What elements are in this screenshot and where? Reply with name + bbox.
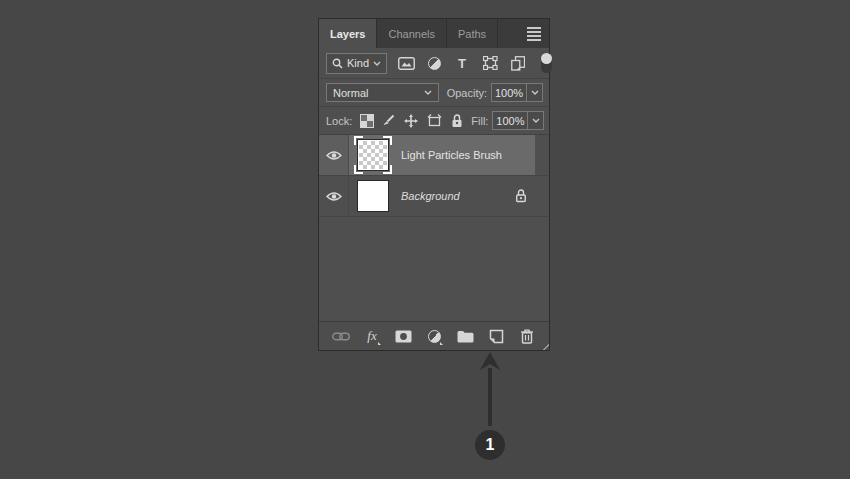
layer-row-light-particles-brush[interactable]: Light Particles Brush [319, 135, 549, 176]
shape-layers-filter-icon[interactable] [479, 53, 501, 73]
blend-mode-value: Normal [333, 87, 424, 99]
opacity-value-field[interactable]: 100% [491, 83, 527, 102]
new-layer-icon [489, 329, 504, 344]
blend-mode-row: Normal Opacity: 100% [319, 79, 549, 107]
fill-value-field[interactable]: 100% [492, 111, 528, 130]
layer-filtering-toggle[interactable] [535, 53, 557, 73]
trash-icon [520, 329, 534, 344]
pixel-layers-filter-icon[interactable] [395, 53, 417, 73]
canvas-background: Layers Channels Paths Kind [0, 0, 850, 479]
visibility-toggle[interactable] [319, 191, 348, 202]
blend-mode-dropdown[interactable]: Normal [326, 83, 439, 102]
tab-channels[interactable]: Channels [377, 19, 446, 48]
chevron-down-icon [424, 90, 432, 95]
panel-bottom-bar: fx [319, 321, 549, 350]
type-layers-filter-icon[interactable]: T [451, 53, 473, 73]
annotation-number: 1 [486, 436, 495, 454]
annotation-arrow [479, 352, 501, 430]
tab-bar-spacer [498, 19, 519, 48]
lock-icon-group [361, 114, 463, 128]
filter-icon-group: T [395, 53, 557, 73]
tab-layers[interactable]: Layers [319, 19, 377, 48]
opacity-dropdown-button[interactable] [527, 83, 543, 102]
adjustment-menu-indicator [440, 342, 443, 345]
hamburger-menu-icon [527, 27, 541, 41]
filter-row: Kind T [319, 48, 549, 79]
lock-artboard-nesting-icon[interactable] [427, 114, 442, 127]
fill-control: 100% [492, 111, 544, 130]
chevron-down-icon [373, 61, 381, 66]
layer-thumbnail[interactable] [354, 177, 392, 215]
lock-all-icon[interactable] [451, 114, 463, 128]
transparent-checkerboard-thumbnail [358, 140, 388, 170]
eye-icon [326, 191, 342, 202]
layer-list: Light Particles Brush Background [319, 135, 549, 321]
new-group-button[interactable] [455, 326, 475, 346]
tab-paths[interactable]: Paths [447, 19, 498, 48]
folder-icon [457, 330, 474, 343]
white-thumbnail [358, 181, 388, 211]
layer-style-fx-button[interactable]: fx [362, 326, 382, 346]
visibility-toggle[interactable] [319, 150, 348, 161]
fill-dropdown-button[interactable] [528, 111, 544, 130]
filter-toggle-icon [541, 54, 552, 73]
smart-objects-filter-icon[interactable] [507, 53, 529, 73]
layer-list-empty-area [319, 217, 549, 321]
opacity-control: 100% [491, 83, 543, 102]
search-icon [332, 58, 343, 69]
panel-menu-button[interactable] [519, 19, 549, 48]
adjustment-layers-filter-icon[interactable] [423, 53, 445, 73]
lock-position-icon[interactable] [404, 114, 418, 128]
fill-label: Fill: [471, 115, 488, 127]
panel-tab-bar: Layers Channels Paths [319, 19, 549, 48]
lock-label: Lock: [326, 115, 352, 127]
fx-menu-indicator [378, 342, 381, 345]
adjustment-layer-icon [428, 330, 441, 343]
panel-resize-grip[interactable] [541, 342, 549, 350]
layer-row-background[interactable]: Background [319, 176, 549, 217]
background-lock-icon[interactable] [515, 189, 527, 203]
lock-transparent-pixels-icon[interactable] [361, 115, 373, 127]
layer-thumbnail-selected[interactable] [354, 136, 392, 174]
new-layer-button[interactable] [486, 326, 506, 346]
fx-icon: fx [367, 328, 376, 344]
opacity-label: Opacity: [447, 87, 487, 99]
filter-kind-dropdown[interactable]: Kind [326, 53, 387, 74]
new-adjustment-layer-button[interactable] [424, 326, 444, 346]
lock-image-pixels-icon[interactable] [382, 114, 395, 127]
link-icon [332, 332, 350, 341]
layer-name[interactable]: Background [401, 190, 460, 202]
layer-name[interactable]: Light Particles Brush [401, 149, 502, 161]
delete-layer-button[interactable] [517, 326, 537, 346]
lock-row: Lock: Fill: 100% [319, 107, 549, 135]
filter-kind-label: Kind [347, 57, 369, 69]
link-layers-button[interactable] [331, 326, 351, 346]
add-layer-mask-button[interactable] [393, 326, 413, 346]
layer-mask-icon [395, 330, 412, 343]
eye-icon [326, 150, 342, 161]
annotation-badge: 1 [475, 430, 505, 460]
layers-panel: Layers Channels Paths Kind [318, 18, 550, 351]
